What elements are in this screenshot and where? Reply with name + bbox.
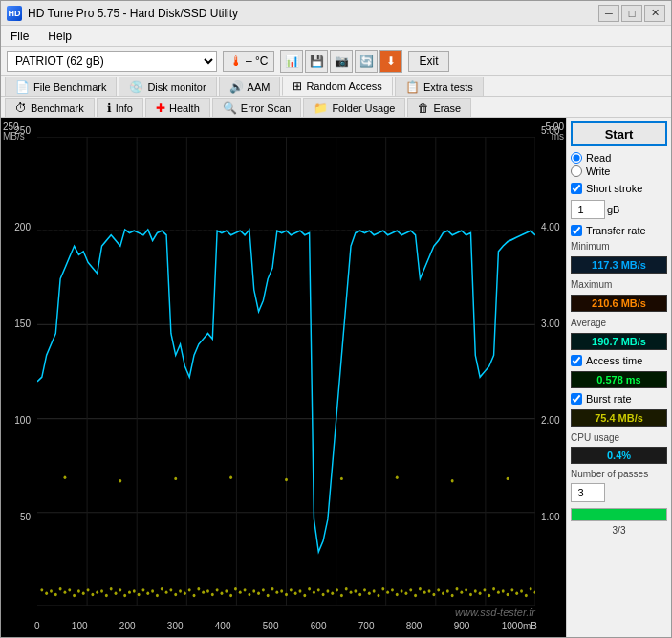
tab-disk-monitor[interactable]: 💿 Disk monitor bbox=[119, 77, 216, 96]
access-time-checkbox[interactable] bbox=[571, 355, 582, 366]
folder-usage-icon: 📁 bbox=[314, 101, 328, 115]
transfer-rate-checkbox-label[interactable]: Transfer rate bbox=[571, 225, 667, 236]
short-stroke-checkbox[interactable] bbox=[571, 183, 582, 194]
toolbar-btn-4[interactable]: 🔄 bbox=[355, 50, 378, 73]
svg-point-69 bbox=[280, 589, 283, 592]
svg-point-102 bbox=[432, 593, 435, 596]
svg-point-46 bbox=[174, 593, 177, 596]
sidebar: Start Read Write Short stroke gB bbox=[566, 118, 671, 637]
svg-point-49 bbox=[188, 588, 191, 591]
burst-rate-checkbox-label[interactable]: Burst rate bbox=[571, 393, 667, 405]
svg-point-18 bbox=[45, 592, 48, 595]
svg-point-83 bbox=[345, 587, 348, 590]
tab-random-access[interactable]: ⊞ Random Access bbox=[282, 77, 392, 96]
x-400: 400 bbox=[215, 621, 231, 631]
tab-extra-tests[interactable]: 📋 Extra tests bbox=[395, 77, 484, 96]
short-stroke-label: Short stroke bbox=[586, 183, 642, 194]
tab-erase[interactable]: 🗑 Erase bbox=[407, 98, 471, 117]
short-stroke-checkbox-label[interactable]: Short stroke bbox=[571, 183, 667, 194]
toolbar: PATRIOT (62 gB) 🌡 – °C 📊 💾 📷 🔄 ⬇ Exit bbox=[1, 47, 671, 76]
svg-point-20 bbox=[54, 593, 57, 596]
minimum-label: Minimum bbox=[571, 241, 667, 252]
passes-label: Number of passes bbox=[571, 469, 667, 479]
tab-disk-monitor-label: Disk monitor bbox=[147, 81, 206, 93]
burst-rate-checkbox[interactable] bbox=[571, 393, 582, 405]
svg-point-62 bbox=[248, 593, 250, 596]
svg-point-109 bbox=[465, 588, 467, 591]
start-button[interactable]: Start bbox=[571, 121, 667, 146]
toolbar-btn-3[interactable]: 📷 bbox=[330, 50, 353, 73]
exit-button[interactable]: Exit bbox=[408, 51, 448, 72]
svg-point-29 bbox=[96, 590, 98, 593]
svg-point-112 bbox=[479, 592, 482, 595]
svg-point-116 bbox=[497, 590, 500, 593]
svg-point-72 bbox=[294, 592, 297, 595]
write-radio[interactable] bbox=[571, 165, 582, 177]
menu-file[interactable]: File bbox=[5, 28, 34, 45]
svg-point-114 bbox=[488, 594, 490, 597]
progress-bar-container bbox=[571, 508, 667, 521]
svg-point-68 bbox=[275, 590, 278, 593]
svg-point-127 bbox=[174, 477, 177, 480]
maximize-button[interactable]: □ bbox=[621, 5, 642, 22]
svg-point-91 bbox=[381, 587, 384, 590]
svg-point-33 bbox=[115, 592, 118, 595]
svg-point-28 bbox=[91, 593, 94, 596]
tab-folder-usage-label: Folder Usage bbox=[332, 102, 395, 114]
y-right-300: 3.00 bbox=[541, 319, 559, 329]
svg-point-25 bbox=[77, 589, 80, 592]
close-button[interactable]: ✕ bbox=[644, 5, 665, 22]
watermark: www.ssd-tester.fr bbox=[455, 606, 535, 618]
disk-monitor-icon: 💿 bbox=[129, 80, 143, 94]
svg-point-57 bbox=[225, 589, 228, 592]
svg-point-131 bbox=[396, 476, 399, 479]
toolbar-btn-5[interactable]: ⬇ bbox=[379, 50, 402, 73]
svg-point-31 bbox=[105, 594, 108, 597]
svg-point-48 bbox=[184, 592, 186, 595]
svg-point-130 bbox=[340, 477, 343, 480]
svg-point-94 bbox=[396, 593, 399, 596]
svg-point-120 bbox=[515, 592, 518, 595]
tab-aam[interactable]: 🔊 AAM bbox=[219, 77, 281, 96]
tab-benchmark[interactable]: ⏱ Benchmark bbox=[5, 98, 95, 117]
tab-error-scan[interactable]: 🔍 Error Scan bbox=[212, 98, 302, 117]
stroke-spinner[interactable] bbox=[571, 200, 605, 219]
tab-health-label: Health bbox=[169, 102, 200, 114]
window-controls: ─ □ ✕ bbox=[598, 5, 665, 22]
x-0: 0 bbox=[34, 621, 40, 631]
transfer-rate-checkbox[interactable] bbox=[571, 225, 582, 236]
y-left-250: 250 bbox=[14, 125, 31, 136]
y-left-100: 100 bbox=[14, 415, 31, 426]
x-700: 700 bbox=[358, 621, 375, 631]
svg-point-55 bbox=[216, 588, 219, 591]
cpu-usage-value: 0.4% bbox=[571, 447, 667, 464]
y-right-100: 1.00 bbox=[541, 512, 559, 522]
toolbar-btn-2[interactable]: 💾 bbox=[305, 50, 328, 73]
read-radio-label[interactable]: Read bbox=[571, 152, 667, 164]
toolbar-btn-1[interactable]: 📊 bbox=[280, 50, 303, 73]
tab-health[interactable]: ✚ Health bbox=[145, 98, 210, 117]
tab-file-benchmark[interactable]: 📄 File Benchmark bbox=[5, 77, 117, 96]
svg-point-117 bbox=[502, 589, 505, 592]
y-left-150: 150 bbox=[14, 319, 31, 329]
disk-selector[interactable]: PATRIOT (62 gB) bbox=[7, 51, 217, 72]
svg-point-41 bbox=[151, 589, 154, 592]
cpu-usage-label: CPU usage bbox=[571, 432, 667, 443]
minimize-button[interactable]: ─ bbox=[598, 5, 619, 22]
tab-folder-usage[interactable]: 📁 Folder Usage bbox=[303, 98, 405, 117]
passes-spinner[interactable] bbox=[571, 483, 605, 502]
x-800: 800 bbox=[406, 621, 423, 631]
svg-point-106 bbox=[451, 594, 454, 597]
svg-point-27 bbox=[87, 588, 90, 591]
tab-info[interactable]: ℹ Info bbox=[97, 98, 143, 117]
svg-point-104 bbox=[442, 592, 444, 595]
tabs-row-2: ⏱ Benchmark ℹ Info ✚ Health 🔍 Error Scan… bbox=[1, 97, 671, 118]
svg-point-70 bbox=[285, 593, 288, 596]
svg-point-73 bbox=[299, 589, 302, 592]
write-radio-label[interactable]: Write bbox=[571, 165, 667, 177]
write-label: Write bbox=[586, 165, 610, 177]
menu-help[interactable]: Help bbox=[42, 28, 77, 45]
access-time-checkbox-label[interactable]: Access time bbox=[571, 355, 667, 366]
read-radio[interactable] bbox=[571, 152, 582, 164]
svg-point-71 bbox=[290, 588, 293, 591]
